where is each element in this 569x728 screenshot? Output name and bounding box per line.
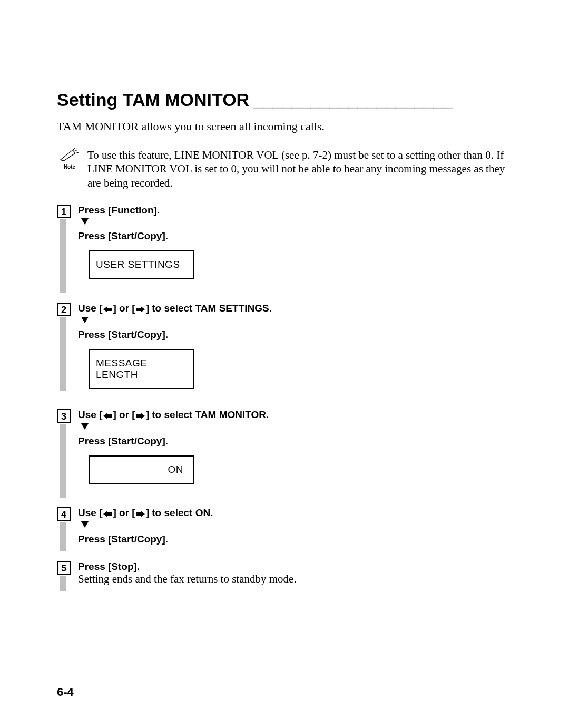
step-body: Use [] or [] to select TAM MONITOR. Pres… [78,409,269,494]
page-number: 6-4 [57,685,74,699]
note-block: Note To use this feature, LINE MONITOR V… [57,148,512,190]
step-line: Press [Start/Copy]. [78,329,272,341]
step-bar [60,317,66,391]
lcd-display: ON [89,455,194,484]
step-line: Press [Stop]. [78,561,297,572]
txt: ] to select [146,409,195,420]
step-body: Press [Function]. Press [Start/Copy]. US… [78,205,194,289]
step-5: 5 Press [Stop]. Setting ends and the fax… [57,561,512,591]
step-number: 1 [57,205,71,218]
svg-line-0 [75,150,77,151]
lcd-display: USER SETTINGS [89,250,194,279]
down-arrow-icon [81,317,89,323]
step-1: 1 Press [Function]. Press [Start/Copy]. … [57,205,512,293]
txt: ] to select [146,507,195,518]
txt: ON. [195,507,213,518]
step-2: 2 Use [] or [] to select TAM SETTINGS. P… [57,303,512,400]
svg-marker-7 [103,511,112,517]
title-text: Setting TAM MONITOR [57,90,249,110]
right-arrow-icon [136,410,145,421]
down-arrow-icon [81,423,89,430]
note-label: Note [57,164,82,170]
txt: ] to select [146,303,195,314]
step-number: 3 [57,409,71,423]
svg-marker-4 [136,306,145,313]
left-arrow-icon [103,508,112,519]
note-text: To use this feature, LINE MONITOR VOL (s… [82,148,512,190]
step-number: 4 [57,507,71,521]
step-marker: 2 [57,303,73,391]
step-body: Use [] or [] to select TAM SETTINGS. Pre… [78,303,272,400]
step-3: 3 Use [] or [] to select TAM MONITOR. Pr… [57,409,512,498]
svg-line-2 [73,148,74,150]
svg-line-1 [76,152,79,153]
txt: Use [ [78,507,102,518]
step-marker: 5 [57,561,73,591]
title-dashes: _____________________ [249,90,452,110]
left-arrow-icon [103,410,112,421]
svg-marker-6 [136,413,145,419]
step-line: Use [] or [] to select TAM MONITOR. [78,409,269,421]
lcd-display: MESSAGE LENGTH [89,349,194,389]
step-bar [60,424,66,498]
step-bar [60,576,66,591]
txt: Use [ [78,303,102,314]
step-bar [60,522,66,551]
step-marker: 1 [57,205,73,293]
txt: Use [ [78,409,102,420]
right-arrow-icon [136,508,145,519]
left-arrow-icon [103,303,112,315]
note-icon: Note [57,148,82,170]
txt: ] or [ [113,507,135,518]
txt: ] or [ [113,409,135,420]
step-line: Use [] or [] to select ON. [78,507,213,519]
intro-text: TAM MONITOR allows you to screen all inc… [57,120,512,133]
step-line: Setting ends and the fax returns to stan… [78,572,297,586]
step-line: Use [] or [] to select TAM SETTINGS. [78,303,272,315]
manual-page: Setting TAM MONITOR ____________________… [0,0,569,591]
step-line: Press [Start/Copy]. [78,435,269,447]
svg-marker-8 [136,511,145,517]
step-body: Press [Stop]. Setting ends and the fax r… [78,561,297,586]
txt: TAM MONITOR. [195,409,269,420]
step-line: Press [Start/Copy]. [78,230,194,242]
step-number: 2 [57,303,71,316]
right-arrow-icon [136,303,145,315]
step-line: Press [Start/Copy]. [78,533,213,545]
txt: ] or [ [113,303,135,314]
step-line: Press [Function]. [78,205,194,216]
svg-marker-5 [103,413,112,419]
step-4: 4 Use [] or [] to select ON. Press [Star… [57,507,512,551]
page-title: Setting TAM MONITOR ____________________… [57,90,512,110]
down-arrow-icon [81,521,89,528]
down-arrow-icon [81,218,89,225]
step-marker: 4 [57,507,73,551]
txt: TAM SETTINGS. [195,303,272,314]
svg-marker-3 [103,306,112,313]
step-marker: 3 [57,409,73,498]
step-body: Use [] or [] to select ON. Press [Start/… [78,507,213,545]
step-bar [60,219,66,293]
step-number: 5 [57,561,71,575]
